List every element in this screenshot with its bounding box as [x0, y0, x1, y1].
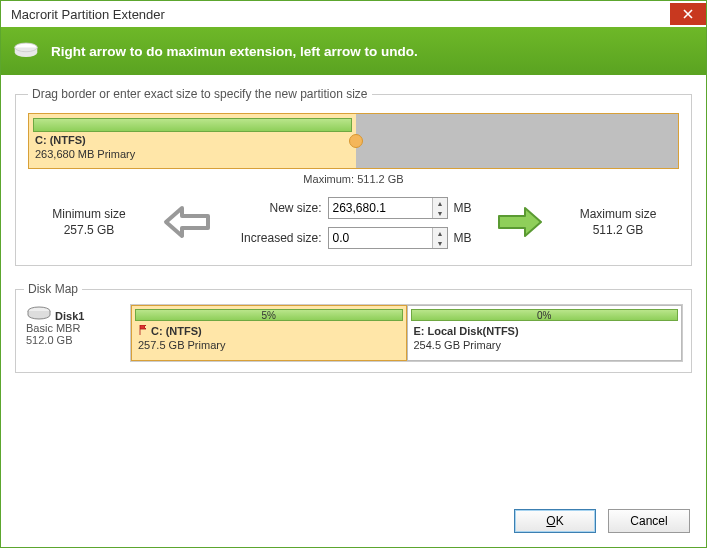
partition-label: E: Local Disk(NTFS)	[408, 324, 682, 338]
disk-map-group: Disk Map Disk1 Basic MBR 512.0 GB 5%	[15, 282, 692, 373]
maximum-size-label: Maximum size511.2 GB	[563, 207, 673, 238]
new-size-input[interactable]: ▲▼	[328, 197, 448, 219]
step-up-icon: ▲	[433, 228, 446, 238]
size-inputs: New size: ▲▼ MB Increased size: ▲▼	[230, 197, 478, 249]
increased-size-field[interactable]	[329, 228, 433, 248]
partition-name: C: (NTFS)	[35, 134, 350, 148]
disk-size: 512.0 GB	[26, 334, 72, 346]
partition-c[interactable]: 5% C: (NTFS) 257.5 GB Primary	[131, 305, 407, 361]
undo-arrow-button[interactable]	[162, 204, 212, 243]
extend-arrow-button[interactable]	[495, 204, 545, 243]
unit-label: MB	[454, 201, 478, 215]
partition-usage-bar: 5%	[135, 309, 403, 321]
disk-icon	[13, 41, 39, 62]
disk-row: Disk1 Basic MBR 512.0 GB 5% C: (NTFS) 25…	[24, 304, 683, 362]
content-area: Drag border or enter exact size to speci…	[1, 75, 706, 499]
partition-usage-bar: 0%	[411, 309, 679, 321]
increased-size-input[interactable]: ▲▼	[328, 227, 448, 249]
slider-handle[interactable]	[349, 134, 363, 148]
new-size-steppers[interactable]: ▲▼	[432, 198, 446, 218]
disk-map-legend: Disk Map	[24, 282, 82, 296]
new-size-label: New size:	[230, 201, 322, 215]
disk-icon	[26, 310, 55, 322]
partition-info: 263,680 MB Primary	[35, 148, 350, 162]
maximum-label: Maximum: 511.2 GB	[28, 173, 679, 185]
disk-info: Disk1 Basic MBR 512.0 GB	[24, 304, 124, 362]
new-size-row: New size: ▲▼ MB	[230, 197, 478, 219]
increased-size-steppers[interactable]: ▲▼	[432, 228, 446, 248]
increased-size-row: Increased size: ▲▼ MB	[230, 227, 478, 249]
size-legend: Drag border or enter exact size to speci…	[28, 87, 372, 101]
minimum-size-label: Minimum size257.5 GB	[34, 207, 144, 238]
banner-text: Right arrow to do maximun extension, lef…	[51, 44, 418, 59]
partition-slider[interactable]: C: (NTFS) 263,680 MB Primary	[28, 113, 679, 169]
titlebar: Macrorit Partition Extender	[1, 1, 706, 27]
slider-unallocated	[356, 114, 678, 168]
disk-partitions: 5% C: (NTFS) 257.5 GB Primary 0% E: Loca…	[130, 304, 683, 362]
step-down-icon: ▼	[433, 238, 446, 248]
dialog-window: Macrorit Partition Extender Right arrow …	[0, 0, 707, 548]
close-button[interactable]	[670, 3, 706, 25]
partition-e[interactable]: 0% E: Local Disk(NTFS) 254.5 GB Primary	[407, 305, 683, 361]
slider-usage-bar	[33, 118, 352, 132]
partition-info: 254.5 GB Primary	[408, 338, 682, 352]
partition-info: 257.5 GB Primary	[132, 338, 406, 352]
step-down-icon: ▼	[433, 208, 446, 218]
partition-label: C: (NTFS)	[132, 324, 406, 338]
dialog-buttons: OK Cancel	[1, 499, 706, 547]
new-size-field[interactable]	[329, 198, 433, 218]
size-group: Drag border or enter exact size to speci…	[15, 87, 692, 266]
cancel-button[interactable]: Cancel	[608, 509, 690, 533]
disk-name: Disk1	[55, 310, 84, 322]
slider-labels: C: (NTFS) 263,680 MB Primary	[29, 132, 356, 162]
slider-fill: C: (NTFS) 263,680 MB Primary	[29, 114, 356, 168]
flag-icon	[138, 324, 148, 338]
instruction-banner: Right arrow to do maximun extension, lef…	[1, 27, 706, 75]
unit-label: MB	[454, 231, 478, 245]
window-title: Macrorit Partition Extender	[11, 7, 670, 22]
ok-button[interactable]: OK	[514, 509, 596, 533]
disk-type: Basic MBR	[26, 322, 80, 334]
increased-size-label: Increased size:	[230, 231, 322, 245]
step-up-icon: ▲	[433, 198, 446, 208]
size-controls-row: Minimum size257.5 GB New size: ▲▼ MB	[28, 197, 679, 249]
